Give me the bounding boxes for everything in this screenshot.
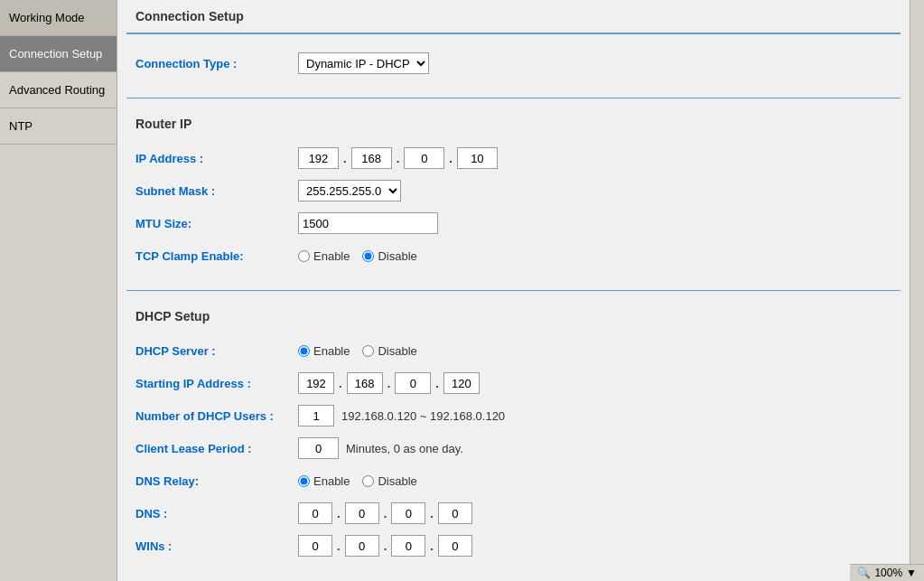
mtu-size-label: MTU Size:: [135, 217, 298, 230]
client-lease-controls: Minutes, 0 as one day.: [298, 437, 463, 459]
tcp-clamp-controls: Enable Disable: [298, 249, 417, 263]
starting-ip-row: Starting IP Address : . . .: [135, 370, 891, 396]
dns-sep-2: .: [384, 507, 387, 520]
starting-ip-octet-1[interactable]: [298, 372, 334, 394]
subnet-mask-select[interactable]: 255.255.255.0 255.255.0.0 255.0.0.0: [298, 180, 401, 201]
dns-relay-disable-radio[interactable]: [362, 475, 374, 487]
router-ip-top-divider: [126, 98, 901, 98]
status-bar: 🔍 100% ▼: [850, 564, 924, 581]
dns-relay-row: DNS Relay: Enable Disable: [135, 468, 891, 493]
starting-ip-controls: . . .: [298, 372, 480, 394]
num-dhcp-users-label: Number of DHCP Users :: [135, 409, 298, 423]
wins-octet-4[interactable]: [438, 535, 472, 557]
dns-relay-controls: Enable Disable: [298, 474, 417, 488]
dns-octet-2[interactable]: [345, 502, 379, 524]
starting-ip-octet-4[interactable]: [443, 372, 480, 394]
num-dhcp-users-input[interactable]: [298, 405, 334, 426]
client-lease-row: Client Lease Period : Minutes, 0 as one …: [135, 436, 891, 461]
ip-sep-3: .: [449, 152, 453, 165]
ip-sep-1: .: [343, 152, 347, 165]
main-content: Connection Setup Connection Type : Dynam…: [117, 0, 910, 581]
tcp-clamp-enable-radio[interactable]: [298, 250, 310, 262]
ip-address-row: IP Address : . . .: [135, 145, 891, 171]
ip-octet-1[interactable]: [298, 147, 339, 169]
dns-row: DNS : . . .: [135, 501, 891, 526]
subnet-mask-row: Subnet Mask : 255.255.255.0 255.255.0.0 …: [135, 178, 891, 203]
client-lease-input[interactable]: [298, 437, 339, 459]
connection-type-section: Connection Type : Dynamic IP - DHCP Stat…: [117, 34, 910, 92]
wins-row: WINs : . . .: [135, 533, 891, 558]
wins-sep-1: .: [337, 539, 341, 553]
dns-relay-enable-radio[interactable]: [298, 475, 310, 487]
scrollbar[interactable]: [910, 0, 924, 581]
starting-ip-sep-3: .: [435, 377, 439, 390]
dhcp-range-text: 192.168.0.120 ~ 192.168.0.120: [341, 409, 505, 423]
ip-octet-2[interactable]: [351, 147, 392, 169]
sidebar-item-connection-setup[interactable]: Connection Setup: [0, 36, 117, 72]
router-ip-header: Router IP: [135, 113, 891, 138]
num-dhcp-users-row: Number of DHCP Users : 192.168.0.120 ~ 1…: [135, 403, 891, 428]
dhcp-server-enable-radio[interactable]: [298, 345, 310, 357]
dns-octet-1[interactable]: [298, 502, 332, 524]
dns-relay-label: DNS Relay:: [135, 474, 298, 488]
ip-address-controls: . . .: [298, 147, 498, 169]
dns-octet-3[interactable]: [391, 502, 425, 524]
connection-type-label: Connection Type :: [135, 57, 298, 70]
dns-relay-enable-label[interactable]: Enable: [298, 474, 350, 488]
tcp-clamp-label: TCP Clamp Enable:: [135, 249, 298, 263]
tcp-clamp-disable-label[interactable]: Disable: [362, 249, 416, 263]
lease-unit-text: Minutes, 0 as one day.: [346, 442, 463, 455]
dhcp-setup-header: DHCP Setup: [135, 305, 891, 331]
router-ip-section: Router IP IP Address : . . . Subnet Mask…: [117, 104, 910, 285]
dns-label: DNS :: [135, 507, 298, 520]
starting-ip-sep-2: .: [387, 377, 391, 390]
wins-octet-1[interactable]: [298, 535, 332, 557]
dhcp-server-row: DHCP Server : Enable Disable: [135, 338, 891, 363]
connection-setup-header: Connection Setup: [117, 0, 910, 33]
dhcp-server-enable-label[interactable]: Enable: [298, 344, 350, 358]
wins-sep-2: .: [384, 539, 387, 553]
dhcp-server-controls: Enable Disable: [298, 344, 417, 358]
subnet-mask-controls: 255.255.255.0 255.255.0.0 255.0.0.0: [298, 180, 401, 201]
connection-type-row: Connection Type : Dynamic IP - DHCP Stat…: [135, 51, 891, 76]
tcp-clamp-disable-radio[interactable]: [362, 250, 374, 262]
subnet-mask-label: Subnet Mask :: [135, 184, 298, 198]
tcp-clamp-row: TCP Clamp Enable: Enable Disable: [135, 243, 891, 268]
connection-type-select[interactable]: Dynamic IP - DHCP Static IP PPPoE: [298, 52, 429, 74]
dns-sep-1: .: [337, 507, 341, 520]
zoom-dropdown-icon[interactable]: ▼: [906, 567, 917, 579]
wins-controls: . . .: [298, 535, 472, 557]
dhcp-setup-section: DHCP Setup DHCP Server : Enable Disable …: [117, 296, 910, 575]
dns-controls: . . .: [298, 502, 472, 524]
ip-octet-4[interactable]: [457, 147, 498, 169]
starting-ip-octet-2[interactable]: [347, 372, 383, 394]
wins-label: WINs :: [135, 539, 298, 553]
zoom-icon: 🔍: [857, 567, 871, 579]
wins-octet-3[interactable]: [391, 535, 425, 557]
starting-ip-octet-3[interactable]: [395, 372, 431, 394]
connection-type-controls: Dynamic IP - DHCP Static IP PPPoE: [298, 52, 429, 74]
zoom-level: 100%: [874, 567, 902, 579]
dns-sep-3: .: [430, 507, 434, 520]
sidebar-item-ntp[interactable]: NTP: [0, 108, 117, 145]
mtu-size-input[interactable]: [298, 212, 438, 234]
sidebar-item-advanced-routing[interactable]: Advanced Routing: [0, 72, 117, 108]
ip-octet-3[interactable]: [404, 147, 444, 169]
dhcp-server-disable-label[interactable]: Disable: [362, 344, 416, 358]
tcp-clamp-enable-label[interactable]: Enable: [298, 249, 350, 263]
dhcp-server-disable-radio[interactable]: [362, 345, 374, 357]
client-lease-label: Client Lease Period :: [135, 442, 298, 455]
num-dhcp-users-controls: 192.168.0.120 ~ 192.168.0.120: [298, 405, 505, 426]
ip-address-label: IP Address :: [135, 152, 298, 165]
sidebar: Working Mode Connection Setup Advanced R…: [0, 0, 117, 581]
starting-ip-label: Starting IP Address :: [135, 377, 298, 390]
sidebar-item-working-mode[interactable]: Working Mode: [0, 0, 117, 36]
wins-octet-2[interactable]: [345, 535, 379, 557]
dhcp-top-divider: [126, 290, 901, 291]
ip-sep-2: .: [397, 152, 400, 165]
starting-ip-sep-1: .: [339, 377, 342, 390]
dhcp-server-label: DHCP Server :: [135, 344, 298, 358]
dns-relay-disable-label[interactable]: Disable: [362, 474, 416, 488]
wins-sep-3: .: [430, 539, 434, 553]
dns-octet-4[interactable]: [438, 502, 472, 524]
